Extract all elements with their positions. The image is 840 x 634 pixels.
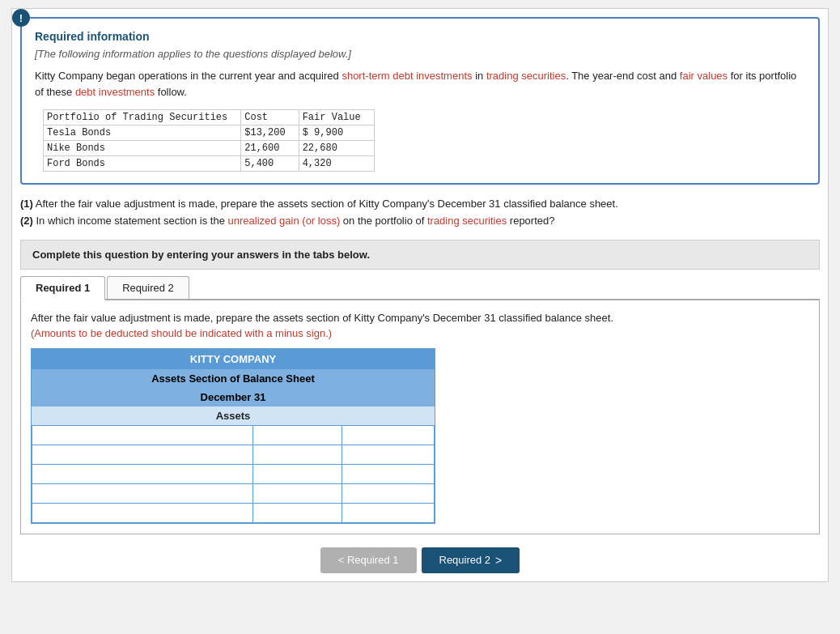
portfolio-header-fairvalue: Fair Value [299, 110, 374, 126]
tab-required2[interactable]: Required 2 [107, 276, 189, 299]
portfolio-tesla-cost: $13,200 [241, 126, 299, 141]
portfolio-row-tesla: Tesla Bonds $13,200 $ 9,900 [44, 126, 375, 141]
portfolio-row-nike: Nike Bonds 21,600 22,680 [44, 141, 375, 156]
portfolio-header-cost: Cost [241, 110, 299, 126]
bs-company-name: KITTY COMPANY [32, 349, 435, 369]
tab-content: After the fair value adjustment is made,… [20, 300, 820, 534]
bottom-nav: < Required 1 Required 2 > [20, 547, 820, 573]
chevron-right-icon: > [495, 554, 502, 567]
highlight-unrealized: unrealized gain (or loss) [228, 215, 341, 227]
bs-row-2 [32, 445, 435, 464]
bs-date: December 31 [32, 388, 435, 406]
portfolio-ford-name: Ford Bonds [44, 156, 241, 172]
bs-input-label-2[interactable] [36, 449, 249, 461]
next-button[interactable]: Required 2 > [422, 547, 520, 573]
bs-input-col3-2[interactable] [346, 449, 431, 461]
portfolio-ford-cost: 5,400 [241, 156, 299, 172]
highlight-fair-values: fair values [680, 70, 728, 82]
question-2: (2) In which income statement section is… [20, 213, 820, 230]
portfolio-nike-name: Nike Bonds [44, 141, 241, 156]
portfolio-nike-fv: 22,680 [299, 141, 374, 156]
next-button-label: Required 2 [439, 554, 491, 566]
bs-row-3 [32, 464, 435, 483]
tabs-row: Required 1 Required 2 [20, 276, 820, 300]
info-subtitle: [The following information applies to th… [35, 48, 805, 60]
bs-input-col3-4[interactable] [346, 487, 431, 500]
bs-input-col3-5[interactable] [346, 507, 431, 519]
info-box: ! Required information [The following in… [20, 17, 820, 185]
portfolio-tesla-fv: $ 9,900 [299, 126, 374, 141]
questions-block: (1) After the fair value adjustment is m… [20, 196, 820, 230]
info-title: Required information [35, 30, 805, 43]
bs-row-1 [32, 425, 435, 445]
highlight-trading: trading securities [486, 70, 566, 82]
bs-input-col3-3[interactable] [346, 468, 431, 480]
bs-data-table [32, 425, 435, 523]
bs-input-label-5[interactable] [36, 507, 249, 519]
portfolio-nike-cost: 21,600 [241, 141, 299, 156]
tab-required1[interactable]: Required 1 [20, 276, 105, 300]
portfolio-ford-fv: 4,320 [299, 156, 374, 172]
highlight-trading-q2: trading securities [427, 215, 507, 227]
info-icon: ! [12, 9, 30, 27]
bs-input-col2-4[interactable] [257, 487, 337, 500]
tab-description: After the fair value adjustment is made,… [31, 310, 809, 342]
bs-input-col2-3[interactable] [257, 468, 337, 480]
portfolio-header-name: Portfolio of Trading Securities [44, 110, 241, 126]
bs-row-5 [32, 503, 435, 522]
deduction-note: (Amounts to be deducted should be indica… [31, 327, 332, 339]
portfolio-table: Portfolio of Trading Securities Cost Fai… [43, 109, 375, 172]
bs-input-label-4[interactable] [36, 487, 249, 500]
bs-assets-label: Assets [32, 406, 435, 425]
balance-sheet: KITTY COMPANY Assets Section of Balance … [31, 348, 435, 524]
instruction-bar: Complete this question by entering your … [20, 240, 820, 270]
page-wrapper: ! Required information [The following in… [11, 8, 829, 582]
bs-section-title: Assets Section of Balance Sheet [32, 369, 435, 388]
info-body: Kitty Company began operations in the cu… [35, 68, 805, 100]
portfolio-row-ford: Ford Bonds 5,400 4,320 [44, 156, 375, 172]
bs-input-label-1[interactable] [36, 429, 249, 441]
bs-input-col2-1[interactable] [257, 429, 337, 441]
bs-row-4 [32, 483, 435, 503]
bs-input-col3-1[interactable] [346, 429, 431, 441]
bs-input-label-3[interactable] [36, 468, 249, 480]
bs-input-col2-2[interactable] [257, 449, 337, 461]
bs-input-col2-5[interactable] [257, 507, 337, 519]
portfolio-tesla-name: Tesla Bonds [44, 126, 241, 141]
highlight-debt: debt investments [75, 86, 155, 98]
highlight-short-term: short-term debt investments [342, 70, 472, 82]
question-1: (1) After the fair value adjustment is m… [20, 196, 820, 213]
prev-button[interactable]: < Required 1 [320, 547, 417, 573]
